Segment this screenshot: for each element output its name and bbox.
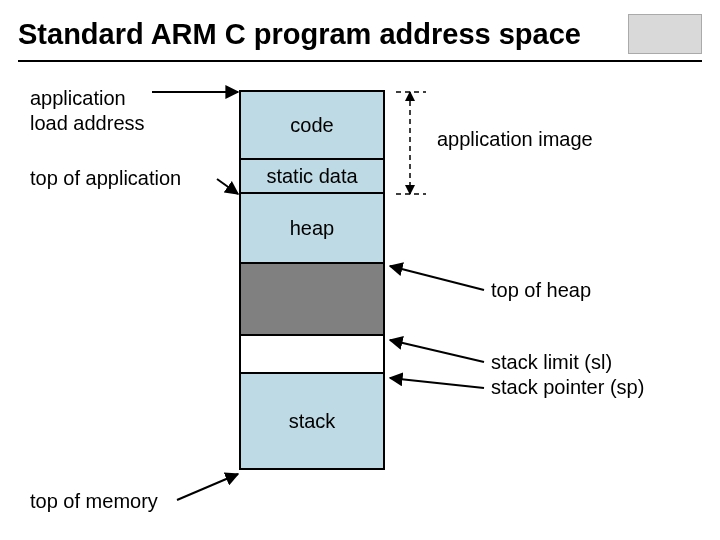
title-underline <box>18 60 702 62</box>
segment-static-data: static data <box>241 158 383 194</box>
memory-column: code static data heap stack <box>239 90 385 470</box>
label-application-image: application image <box>437 127 593 152</box>
segment-heap: heap <box>241 192 383 264</box>
segment-gap <box>241 262 383 336</box>
segment-blank <box>241 334 383 374</box>
logo-placeholder <box>628 14 702 54</box>
svg-line-9 <box>390 378 484 388</box>
segment-stack: stack <box>241 372 383 470</box>
segment-code: code <box>241 90 383 160</box>
label-top-of-heap: top of heap <box>491 278 591 303</box>
page-title: Standard ARM C program address space <box>18 18 581 51</box>
svg-line-7 <box>390 266 484 290</box>
label-stack-limit-pointer: stack limit (sl) stack pointer (sp) <box>491 350 644 400</box>
label-application-load-address: application load address <box>30 86 220 136</box>
label-top-of-application: top of application <box>30 166 230 191</box>
svg-line-8 <box>390 340 484 362</box>
label-top-of-memory: top of memory <box>30 489 220 514</box>
